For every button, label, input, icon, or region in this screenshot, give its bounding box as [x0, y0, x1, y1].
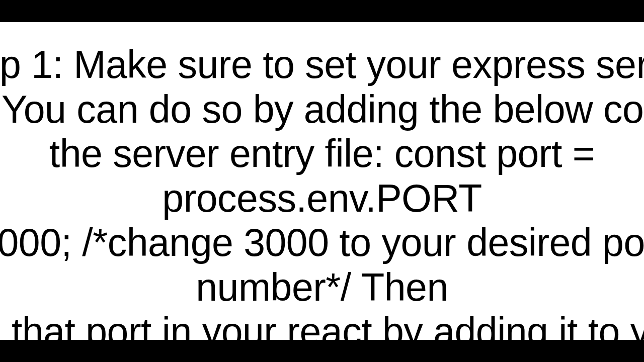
- text-line-3: the server entry file: const port = proc…: [49, 132, 595, 220]
- text-line-4: 3000; /*change 3000 to your desired port…: [0, 221, 644, 309]
- text-line-2: port. You can do so by adding the below …: [0, 87, 644, 131]
- text-line-1: Step 1: Make sure to set your express se…: [0, 43, 644, 86]
- instruction-text: Step 1: Make sure to set your express se…: [0, 42, 644, 340]
- document-frame: Step 1: Make sure to set your express se…: [0, 22, 644, 340]
- text-line-5: use that port in your react by adding it…: [0, 310, 644, 340]
